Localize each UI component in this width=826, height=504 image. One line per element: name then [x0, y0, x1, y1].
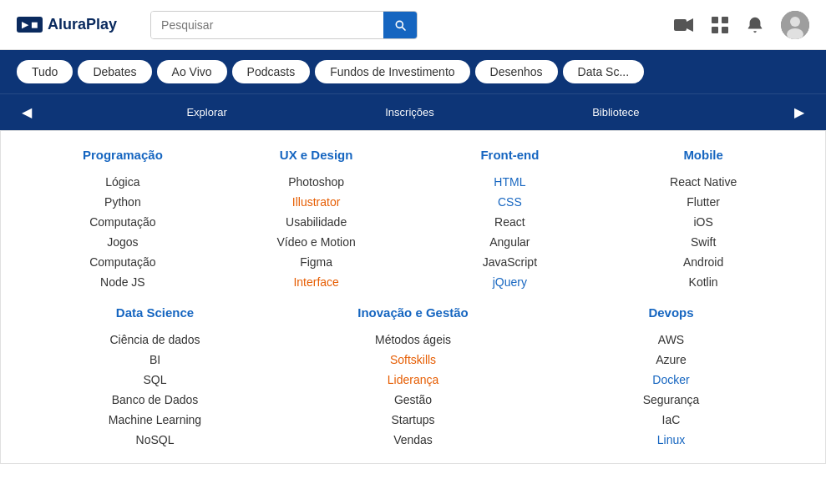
category-title-ux: UX e Design: [228, 148, 405, 162]
category-items-datascience: Ciência de dados BI SQL Banco de Dados M…: [34, 333, 276, 446]
list-item[interactable]: Jogos: [34, 235, 211, 249]
svg-rect-5: [722, 27, 728, 33]
category-items-mobile: React Native Flutter iOS Swift Android K…: [615, 175, 792, 289]
search-button[interactable]: [383, 12, 417, 38]
nav-tab-debates[interactable]: Debates: [78, 60, 151, 83]
header: ▶ ◼ AluraPlay: [0, 0, 826, 50]
list-item[interactable]: Usabilidade: [228, 215, 405, 229]
dropdown-bottom-grid: Data Science Ciência de dados BI SQL Ban…: [34, 305, 792, 446]
list-item[interactable]: SQL: [34, 373, 276, 386]
list-item[interactable]: Softskills: [292, 353, 534, 366]
category-title-inovacao: Inovação e Gestão: [292, 305, 534, 320]
nav-tab-podcasts[interactable]: Podcasts: [232, 60, 311, 83]
list-item[interactable]: Startups: [292, 413, 534, 426]
list-item[interactable]: CSS: [422, 195, 599, 209]
list-item[interactable]: iOS: [615, 215, 792, 229]
category-title-devops: Devops: [550, 305, 792, 320]
list-item[interactable]: Illustrator: [228, 195, 405, 209]
list-item[interactable]: Docker: [550, 373, 792, 386]
list-item[interactable]: HTML: [422, 175, 599, 189]
category-items-frontend: HTML CSS React Angular JavaScript jQuery: [422, 175, 599, 289]
list-item[interactable]: Vendas: [292, 433, 534, 446]
category-datascience: Data Science Ciência de dados BI SQL Ban…: [34, 305, 276, 446]
category-items-ux: Photoshop Illustrator Usabilidade Vídeo …: [228, 175, 405, 289]
list-item[interactable]: BI: [34, 353, 276, 366]
list-item[interactable]: Computação: [34, 255, 211, 269]
svg-rect-0: [674, 19, 687, 31]
list-item[interactable]: Banco de Dados: [34, 393, 276, 406]
category-items-devops: AWS Azure Docker Segurança IaC Linux: [550, 333, 792, 446]
grid-icon[interactable]: [711, 16, 729, 34]
list-item[interactable]: Vídeo e Motion: [228, 235, 405, 249]
logo-area: ▶ ◼ AluraPlay: [17, 16, 117, 33]
category-programacao: Programação Lógica Python Computação Jog…: [34, 148, 211, 289]
list-item[interactable]: Ciência de dados: [34, 333, 276, 346]
category-title-datascience: Data Science: [34, 305, 276, 320]
search-input[interactable]: [151, 12, 383, 38]
nav-tab-tudo[interactable]: Tudo: [17, 60, 73, 83]
submenu-explorar[interactable]: Explorar: [178, 103, 235, 122]
dropdown-top-grid: Programação Lógica Python Computação Jog…: [34, 148, 792, 289]
list-item[interactable]: React: [422, 215, 599, 229]
category-devops: Devops AWS Azure Docker Segurança IaC Li…: [550, 305, 792, 446]
list-item[interactable]: NoSQL: [34, 433, 276, 446]
search-container: [150, 11, 418, 39]
list-item[interactable]: Android: [615, 255, 792, 269]
list-item[interactable]: Interface: [228, 275, 405, 289]
list-item[interactable]: Python: [34, 195, 211, 209]
list-item[interactable]: Segurança: [550, 393, 792, 406]
list-item-machine-learning[interactable]: Machine Learning: [34, 413, 276, 426]
list-item[interactable]: Photoshop: [228, 175, 405, 189]
list-item[interactable]: Node JS: [34, 275, 211, 289]
logo-icon: ▶ ◼: [17, 17, 43, 33]
category-ux-design: UX e Design Photoshop Illustrator Usabil…: [228, 148, 405, 289]
svg-rect-3: [722, 17, 728, 23]
logo-text: AluraPlay: [48, 16, 117, 33]
scroll-left-arrow[interactable]: ◀: [17, 101, 37, 123]
list-item[interactable]: React Native: [615, 175, 792, 189]
nav-tab-fundos[interactable]: Fundos de Investimento: [315, 60, 469, 83]
category-title-programacao: Programação: [34, 148, 211, 162]
list-item[interactable]: Flutter: [615, 195, 792, 209]
list-item[interactable]: IaC: [550, 413, 792, 426]
category-items-programacao: Lógica Python Computação Jogos Computaçã…: [34, 175, 211, 289]
nav-tab-desenhos[interactable]: Desenhos: [475, 60, 558, 83]
scroll-right-arrow[interactable]: ▶: [789, 101, 809, 123]
category-frontend: Front-end HTML CSS React Angular JavaScr…: [422, 148, 599, 289]
nav-tab-aovivo[interactable]: Ao Vivo: [157, 60, 227, 83]
bell-icon-svg: [746, 16, 764, 34]
avatar-svg: [781, 11, 809, 39]
submenu-inscricoes[interactable]: Inscrições: [377, 103, 443, 122]
submenu-bar: ◀ Explorar Inscrições Bibliotece ▶: [0, 93, 826, 130]
list-item[interactable]: jQuery: [422, 275, 599, 289]
list-item[interactable]: Figma: [228, 255, 405, 269]
dropdown-content: Programação Lógica Python Computação Jog…: [0, 130, 826, 464]
list-item[interactable]: Liderança: [292, 373, 534, 386]
category-mobile: Mobile React Native Flutter iOS Swift An…: [615, 148, 792, 289]
nav-scroll-wrapper: Tudo Debates Ao Vivo Podcasts Fundos de …: [17, 50, 809, 93]
list-item[interactable]: Azure: [550, 353, 792, 366]
list-item[interactable]: Linux: [550, 433, 792, 446]
list-item[interactable]: Kotlin: [615, 275, 792, 289]
nav-bar: Tudo Debates Ao Vivo Podcasts Fundos de …: [0, 50, 826, 93]
list-item[interactable]: Métodos ágeis: [292, 333, 534, 346]
list-item[interactable]: Lógica: [34, 175, 211, 189]
list-item[interactable]: JavaScript: [422, 255, 599, 269]
submenu-biblioteca[interactable]: Bibliotece: [584, 103, 647, 122]
list-item[interactable]: Swift: [615, 235, 792, 249]
svg-point-7: [790, 17, 800, 27]
nav-tabs: Tudo Debates Ao Vivo Podcasts Fundos de …: [17, 50, 809, 93]
list-item[interactable]: Computação: [34, 215, 211, 229]
list-item[interactable]: Angular: [422, 235, 599, 249]
nav-tab-datasc[interactable]: Data Sc...: [563, 60, 644, 83]
user-avatar[interactable]: [781, 11, 809, 39]
list-item[interactable]: AWS: [550, 333, 792, 346]
bell-icon[interactable]: [746, 16, 764, 34]
video-icon-svg: [674, 18, 694, 33]
svg-marker-1: [687, 18, 693, 32]
video-camera-icon[interactable]: [674, 18, 694, 33]
grid-icon-svg: [711, 16, 729, 34]
category-inovacao: Inovação e Gestão Métodos ágeis Softskil…: [292, 305, 534, 446]
category-items-inovacao: Métodos ágeis Softskills Liderança Gestã…: [292, 333, 534, 446]
list-item[interactable]: Gestão: [292, 393, 534, 406]
